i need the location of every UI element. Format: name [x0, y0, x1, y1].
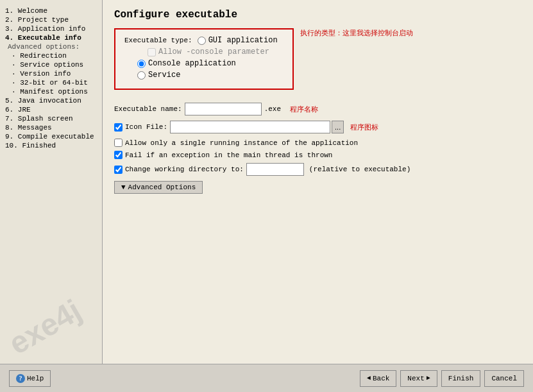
radio-service-label: Service	[148, 71, 180, 80]
sidebar-item-32-64bit[interactable]: · 32-bit or 64-bit	[5, 78, 97, 87]
sidebar-item-version-info[interactable]: · Version info	[5, 69, 97, 78]
next-arrow-icon: ►	[427, 375, 430, 382]
radio-gui-label: GUI application	[208, 36, 278, 45]
sidebar-item-exe-info[interactable]: 4. Executable info	[5, 33, 97, 42]
single-instance-checkbox[interactable]	[114, 139, 123, 147]
fail-exception-row: Fail if an exception in the main thread …	[114, 151, 521, 159]
exe-name-row: Executable name: 社区管理 .exe 程序名称	[114, 103, 521, 115]
icon-file-label: Icon File:	[125, 123, 167, 131]
help-icon: ?	[16, 374, 25, 383]
next-label: Next	[407, 375, 424, 382]
radio-console[interactable]	[137, 60, 146, 68]
sidebar-item-finished[interactable]: 10. Finished	[5, 141, 97, 150]
annotation-icon: 程序图标	[350, 123, 378, 132]
radio-console-label: Console application	[148, 59, 236, 68]
sidebar-item-messages[interactable]: 8. Messages	[5, 123, 97, 132]
radio-gui[interactable]	[198, 37, 206, 45]
cancel-button[interactable]: Cancel	[484, 370, 524, 387]
exe-name-input[interactable]: 社区管理	[185, 103, 262, 115]
working-dir-suffix: (relative to executable)	[309, 166, 410, 173]
sidebar-item-project-type[interactable]: 2. Project type	[5, 15, 97, 24]
sidebar-advanced-label: Advanced options:	[5, 42, 97, 51]
exe-type-label: Executable type:	[124, 37, 192, 44]
browse-button[interactable]: ...	[332, 121, 344, 133]
cancel-label: Cancel	[491, 375, 517, 382]
allow-console-checkbox[interactable]	[148, 48, 156, 56]
radio-service[interactable]	[137, 71, 146, 80]
allow-console-label: Allow -console parameter	[158, 47, 269, 56]
sidebar-item-jre[interactable]: 6. JRE	[5, 105, 97, 114]
working-dir-input[interactable]: .	[246, 163, 304, 176]
next-button[interactable]: Next ►	[400, 370, 437, 387]
sidebar-item-compile[interactable]: 9. Compile executable	[5, 132, 97, 141]
bottom-bar: ? Help ◄ Back Next ► Finish Cancel	[0, 364, 533, 392]
page-title: Configure executable	[114, 9, 521, 21]
working-dir-checkbox[interactable]	[114, 166, 123, 174]
advanced-options-label: Advanced Options	[128, 183, 196, 191]
annotation-type: 执行的类型：这里我选择控制台启动	[300, 28, 413, 38]
back-button[interactable]: ◄ Back	[360, 370, 396, 387]
annotation-name: 程序名称	[290, 105, 318, 114]
help-button[interactable]: ? Help	[9, 370, 51, 387]
sidebar-item-manifest[interactable]: · Manifest options	[5, 87, 97, 96]
allow-console-row: Allow -console parameter	[148, 47, 283, 56]
working-dir-row: Change working directory to: . (relative…	[114, 163, 521, 176]
help-label: Help	[27, 375, 44, 382]
sidebar-item-splash[interactable]: 7. Splash screen	[5, 114, 97, 123]
sidebar-item-welcome[interactable]: 1. Welcome	[5, 6, 97, 15]
exe-suffix: .exe	[264, 105, 281, 113]
fail-exception-label: Fail if an exception in the main thread …	[125, 151, 332, 159]
single-instance-label: Allow only a single running instance of …	[125, 139, 358, 147]
advanced-options-button[interactable]: ▼ Advanced Options	[114, 181, 203, 194]
exe-name-label: Executable name:	[114, 105, 182, 113]
icon-file-row: Icon File: D:\Personal\Desktop\zhangml\s…	[114, 121, 521, 133]
icon-file-checkbox[interactable]	[114, 123, 123, 132]
finish-button[interactable]: Finish	[441, 370, 481, 387]
finish-label: Finish	[448, 375, 474, 382]
radio-console-option: Console application	[137, 59, 283, 68]
back-label: Back	[373, 375, 389, 382]
sidebar: 1. Welcome 2. Project type 3. Applicatio…	[0, 0, 103, 364]
sidebar-item-java-invocation[interactable]: 5. Java invocation	[5, 96, 97, 105]
exe-type-box: Executable type: GUI application Allow -…	[114, 28, 294, 90]
advanced-arrow-icon: ▼	[121, 183, 126, 191]
single-instance-row: Allow only a single running instance of …	[114, 139, 521, 147]
fail-exception-checkbox[interactable]	[114, 151, 123, 159]
icon-path-input[interactable]: D:\Personal\Desktop\zhangml\software\jav…	[170, 121, 330, 133]
content-area: Configure executable Executable type: GU…	[103, 0, 533, 364]
watermark: exe4j	[3, 293, 87, 362]
sidebar-item-app-info[interactable]: 3. Application info	[5, 24, 97, 33]
sidebar-item-redirection[interactable]: · Redirection	[5, 51, 97, 60]
working-dir-label: Change working directory to:	[125, 166, 244, 173]
sidebar-item-service-options[interactable]: · Service options	[5, 60, 97, 69]
radio-service-option: Service	[137, 71, 283, 80]
back-arrow-icon: ◄	[367, 375, 371, 382]
